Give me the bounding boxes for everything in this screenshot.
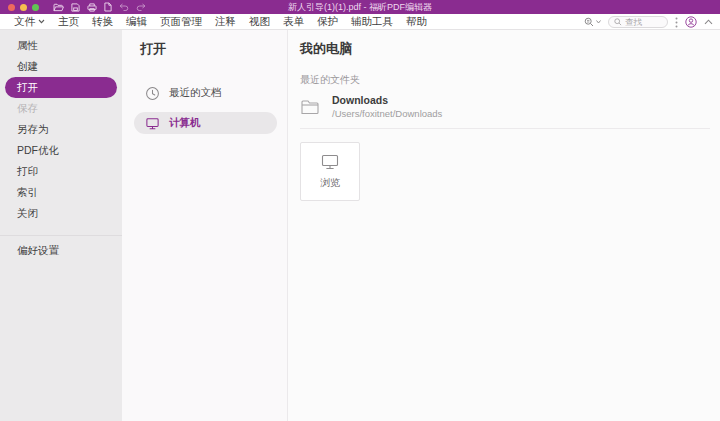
recent-folders-label: 最近的文件夹 bbox=[300, 73, 710, 87]
backstage-sidebar: 属性 创建 打开 保存 另存为 PDF优化 打印 索引 关闭 偏好设置 bbox=[0, 30, 122, 421]
browse-label: 浏览 bbox=[320, 176, 340, 190]
sidebar-item-save: 保存 bbox=[0, 98, 122, 119]
print-icon[interactable] bbox=[87, 3, 97, 12]
sidebar-item-properties[interactable]: 属性 bbox=[0, 35, 122, 56]
close-window-button[interactable] bbox=[8, 4, 15, 11]
sidebar-item-preferences[interactable]: 偏好设置 bbox=[0, 240, 122, 261]
new-document-icon[interactable] bbox=[104, 2, 112, 12]
more-vertical-icon[interactable] bbox=[675, 17, 678, 28]
open-location-list: 最近的文档 计算机 bbox=[122, 82, 287, 134]
sidebar-item-print[interactable]: 打印 bbox=[0, 161, 122, 182]
folder-path: /Users/foxitnet/Downloads bbox=[332, 108, 442, 119]
traffic-lights bbox=[8, 4, 39, 11]
menu-page-organize[interactable]: 页面管理 bbox=[160, 15, 202, 29]
menu-home[interactable]: 主页 bbox=[58, 15, 79, 29]
open-panel-title: 打开 bbox=[140, 40, 287, 58]
sidebar-item-save-as[interactable]: 另存为 bbox=[0, 119, 122, 140]
clock-icon bbox=[145, 86, 160, 101]
menubar: 文件 主页 转换 编辑 页面管理 注释 视图 表单 保护 辅助工具 帮助 bbox=[0, 14, 720, 30]
open-item-label: 计算机 bbox=[169, 116, 201, 130]
sidebar-item-create[interactable]: 创建 bbox=[0, 56, 122, 77]
menu-help[interactable]: 帮助 bbox=[406, 15, 427, 29]
computer-icon bbox=[145, 116, 160, 131]
sidebar-item-index[interactable]: 索引 bbox=[0, 182, 122, 203]
sidebar-divider bbox=[0, 235, 122, 236]
chevron-up-icon[interactable] bbox=[704, 19, 713, 25]
find-options-icon[interactable] bbox=[584, 17, 601, 27]
monitor-icon bbox=[321, 154, 339, 170]
undo-icon[interactable] bbox=[119, 3, 129, 11]
account-icon[interactable] bbox=[685, 16, 697, 28]
chevron-down-icon bbox=[38, 19, 45, 24]
folder-name: Downloads bbox=[332, 94, 442, 106]
sidebar-item-pdf-optimize[interactable]: PDF优化 bbox=[0, 140, 122, 161]
backstage-content: 属性 创建 打开 保存 另存为 PDF优化 打印 索引 关闭 偏好设置 打开 最… bbox=[0, 30, 720, 421]
menu-view[interactable]: 视图 bbox=[249, 15, 270, 29]
menu-items: 文件 主页 转换 编辑 页面管理 注释 视图 表单 保护 辅助工具 帮助 bbox=[14, 15, 427, 29]
open-item-computer[interactable]: 计算机 bbox=[134, 112, 277, 134]
recent-folders-divider bbox=[300, 128, 710, 129]
computer-panel-title: 我的电脑 bbox=[300, 40, 710, 58]
menu-form[interactable]: 表单 bbox=[283, 15, 304, 29]
search-box[interactable] bbox=[608, 16, 668, 28]
foxit-pdf-editor-window: 新人引导(1)(1).pdf - 福昕PDF编辑器 文件 主页 转换 编辑 页面… bbox=[0, 0, 720, 421]
menu-protect[interactable]: 保护 bbox=[317, 15, 338, 29]
menu-edit[interactable]: 编辑 bbox=[126, 15, 147, 29]
search-input[interactable] bbox=[625, 17, 662, 27]
redo-icon[interactable] bbox=[136, 3, 146, 11]
zoom-window-button[interactable] bbox=[32, 4, 39, 11]
search-icon bbox=[614, 18, 622, 26]
open-item-label: 最近的文档 bbox=[169, 86, 222, 100]
recent-folder-downloads[interactable]: Downloads /Users/foxitnet/Downloads bbox=[300, 94, 710, 119]
open-file-icon[interactable] bbox=[53, 3, 64, 12]
menu-convert[interactable]: 转换 bbox=[92, 15, 113, 29]
sidebar-item-open[interactable]: 打开 bbox=[5, 77, 117, 98]
menu-file[interactable]: 文件 bbox=[14, 15, 45, 29]
folder-texts: Downloads /Users/foxitnet/Downloads bbox=[332, 94, 442, 119]
browse-button[interactable]: 浏览 bbox=[300, 142, 360, 201]
sidebar-item-close[interactable]: 关闭 bbox=[0, 203, 122, 224]
menubar-right-tools bbox=[584, 14, 713, 30]
minimize-window-button[interactable] bbox=[20, 4, 27, 11]
menu-accessibility[interactable]: 辅助工具 bbox=[351, 15, 393, 29]
quick-access-toolbar bbox=[53, 2, 146, 12]
menu-comment[interactable]: 注释 bbox=[215, 15, 236, 29]
computer-panel: 我的电脑 最近的文件夹 Downloads /Users/foxitnet/Do… bbox=[288, 30, 720, 421]
open-panel: 打开 最近的文档 计算机 bbox=[122, 30, 288, 421]
open-item-recent-documents[interactable]: 最近的文档 bbox=[134, 82, 277, 104]
titlebar: 新人引导(1)(1).pdf - 福昕PDF编辑器 bbox=[0, 0, 720, 14]
save-icon[interactable] bbox=[71, 3, 80, 12]
folder-icon bbox=[300, 98, 321, 116]
